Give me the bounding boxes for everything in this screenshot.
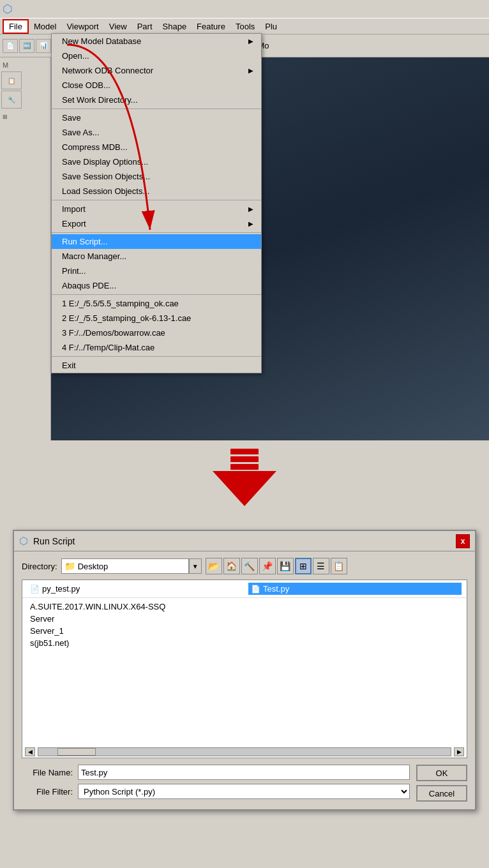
menu-tools[interactable]: Tools bbox=[230, 20, 260, 33]
menu-item-new-model-database[interactable]: New Model Database ▶ bbox=[52, 34, 261, 49]
sidebar-btn-2[interactable]: 🔧 bbox=[1, 91, 22, 108]
dialog-title-left: ⬡ Run Script bbox=[19, 535, 75, 547]
ok-button[interactable]: OK bbox=[416, 765, 467, 781]
big-down-arrow bbox=[213, 449, 276, 509]
separator-2 bbox=[52, 200, 261, 200]
directory-value: 📁 Desktop bbox=[61, 558, 189, 574]
file-name-py-test: py_test.py bbox=[42, 584, 80, 594]
menu-item-export[interactable]: Export ▶ bbox=[52, 216, 261, 231]
menu-item-open[interactable]: Open... bbox=[52, 49, 261, 63]
file-dropdown-menu: New Model Database ▶ Open... Network ODB… bbox=[51, 33, 262, 373]
menu-file[interactable]: File bbox=[3, 19, 29, 34]
menu-item-abaqus-pde[interactable]: Abaqus PDE... bbox=[52, 278, 261, 293]
menu-item-exit[interactable]: Exit bbox=[52, 358, 261, 373]
dialog-title-bar: ⬡ Run Script x bbox=[14, 531, 475, 551]
horizontal-scrollbar[interactable]: ◀ ▶ bbox=[22, 746, 467, 758]
menu-part[interactable]: Part bbox=[132, 20, 158, 33]
dialog-body: Directory: 📁 Desktop ▼ 📂 🏠 🔨 📌 💾 ⊞ bbox=[14, 551, 475, 809]
transition-arrow-section bbox=[0, 440, 489, 517]
sidebar-btn-1[interactable]: 📋 bbox=[1, 71, 22, 89]
dialog-app-icon: ⬡ bbox=[19, 535, 28, 547]
scrollbar-thumb[interactable] bbox=[57, 748, 96, 756]
svg-marker-1 bbox=[213, 471, 276, 506]
file-column-right: 📄 Test.py bbox=[248, 583, 462, 595]
menu-item-save[interactable]: Save bbox=[52, 110, 261, 125]
file-filter-label: File Filter: bbox=[22, 787, 73, 797]
separator-4 bbox=[52, 294, 261, 295]
directory-label: Directory: bbox=[22, 562, 57, 571]
menu-item-save-display-opts[interactable]: Save Display Options... bbox=[52, 154, 261, 169]
file-icon-test-py: 📄 bbox=[251, 585, 260, 594]
folder-item-3[interactable]: Server_1 bbox=[27, 625, 462, 637]
scroll-right-arrow[interactable]: ▶ bbox=[454, 747, 464, 756]
menu-viewport[interactable]: Viewport bbox=[61, 20, 103, 33]
file-item-py-test[interactable]: 📄 py_test.py bbox=[27, 583, 241, 595]
file-name-input[interactable] bbox=[78, 765, 410, 780]
toolbar-btn-3[interactable]: 📊 bbox=[36, 39, 51, 53]
file-name-label: File Name: bbox=[22, 768, 73, 777]
menu-item-macro-manager[interactable]: Macro Manager... bbox=[52, 249, 261, 264]
menu-shape[interactable]: Shape bbox=[158, 20, 192, 33]
dialog-title-text: Run Script bbox=[33, 536, 75, 546]
menu-item-recent-1[interactable]: 1 E:/_/5.5/5.5_stamping_ok.cae bbox=[52, 296, 261, 311]
submenu-arrow-2: ▶ bbox=[248, 67, 253, 74]
folder-items: A.SUITE.2017.WIN.LINUX.X64-SSQ Server Se… bbox=[22, 598, 467, 652]
toolbar-btn-1[interactable]: 📄 bbox=[3, 39, 18, 53]
folder-item-1[interactable]: A.SUITE.2017.WIN.LINUX.X64-SSQ bbox=[27, 601, 462, 613]
directory-combo: 📁 Desktop ▼ bbox=[61, 558, 202, 574]
folder-item-2[interactable]: Server bbox=[27, 613, 462, 625]
directory-dropdown-button[interactable]: ▼ bbox=[189, 558, 202, 574]
menu-item-save-session-objs[interactable]: Save Session Objects... bbox=[52, 169, 261, 184]
menu-item-close-odb[interactable]: Close ODB... bbox=[52, 78, 261, 93]
left-sidebar: M 📋 🔧 ⊞ bbox=[0, 57, 51, 440]
file-filter-select-row: Python Script (*.py) bbox=[78, 784, 410, 799]
dir-icon-copy[interactable]: 📋 bbox=[331, 558, 347, 574]
dir-icon-home[interactable]: 🏠 bbox=[223, 558, 240, 574]
menu-item-save-as[interactable]: Save As... bbox=[52, 125, 261, 140]
dir-icon-network[interactable]: 💾 bbox=[277, 558, 294, 574]
dir-icon-pin[interactable]: 📌 bbox=[259, 558, 276, 574]
menu-model[interactable]: Model bbox=[29, 20, 61, 33]
toolbar-btn-2[interactable]: 🔤 bbox=[19, 39, 34, 53]
menu-item-recent-2[interactable]: 2 E:/_/5.5_stamping_ok-6.13-1.cae bbox=[52, 311, 261, 326]
app-icon: ⬡ bbox=[3, 2, 13, 16]
separator-1 bbox=[52, 108, 261, 109]
cancel-button[interactable]: Cancel bbox=[416, 785, 467, 802]
separator-3 bbox=[52, 232, 261, 233]
menu-view[interactable]: View bbox=[104, 20, 132, 33]
menu-plu[interactable]: Plu bbox=[260, 20, 282, 33]
bottom-area: File Name: File Filter: Python Script (*… bbox=[22, 765, 467, 803]
dir-icon-list[interactable]: ☰ bbox=[313, 558, 329, 574]
dir-icon-grid[interactable]: ⊞ bbox=[295, 558, 312, 574]
submenu-arrow-import: ▶ bbox=[248, 206, 253, 213]
menu-item-print[interactable]: Print... bbox=[52, 264, 261, 278]
dialog-section: ⬡ Run Script x Directory: 📁 Desktop ▼ bbox=[0, 517, 489, 823]
menu-item-load-session-objs[interactable]: Load Session Objects... bbox=[52, 184, 261, 198]
file-item-test-py[interactable]: 📄 Test.py bbox=[248, 583, 462, 595]
directory-row: Directory: 📁 Desktop ▼ 📂 🏠 🔨 📌 💾 ⊞ bbox=[22, 558, 467, 574]
folder-item-4[interactable]: s(jb51.net) bbox=[27, 637, 462, 649]
file-column-left: 📄 py_test.py bbox=[27, 583, 241, 595]
dir-icon-tools[interactable]: 🔨 bbox=[241, 558, 258, 574]
submenu-arrow: ▶ bbox=[248, 38, 253, 45]
file-name-test-py: Test.py bbox=[263, 584, 289, 594]
scroll-left-arrow[interactable]: ◀ bbox=[25, 747, 35, 756]
menu-item-import[interactable]: Import ▶ bbox=[52, 202, 261, 216]
menu-item-recent-4[interactable]: 4 F:/../Temp/Clip-Mat.cae bbox=[52, 340, 261, 355]
title-bar: ⬡ bbox=[0, 0, 489, 18]
menu-item-recent-3[interactable]: 3 F:/../Demos/bowarrow.cae bbox=[52, 326, 261, 340]
menu-bar: File Model Viewport View Part Shape Feat… bbox=[0, 18, 489, 34]
file-filter-select[interactable]: Python Script (*.py) bbox=[78, 784, 410, 799]
dir-icon-open-folder[interactable]: 📂 bbox=[206, 558, 222, 574]
menu-feature[interactable]: Feature bbox=[192, 20, 230, 33]
menu-item-network-odb[interactable]: Network ODB Connector ▶ bbox=[52, 63, 261, 78]
arrow-head-svg bbox=[213, 471, 276, 509]
field-area: File Name: File Filter: Python Script (*… bbox=[22, 765, 410, 803]
menu-item-set-work-dir[interactable]: Set Work Directory... bbox=[52, 93, 261, 107]
dialog-close-button[interactable]: x bbox=[456, 534, 470, 548]
submenu-arrow-export: ▶ bbox=[248, 220, 253, 227]
run-script-dialog: ⬡ Run Script x Directory: 📁 Desktop ▼ bbox=[13, 530, 476, 811]
menu-item-run-script[interactable]: Run Script... bbox=[52, 234, 261, 249]
menu-item-compress-mdb[interactable]: Compress MDB... bbox=[52, 140, 261, 154]
scrollbar-track[interactable] bbox=[38, 747, 451, 756]
